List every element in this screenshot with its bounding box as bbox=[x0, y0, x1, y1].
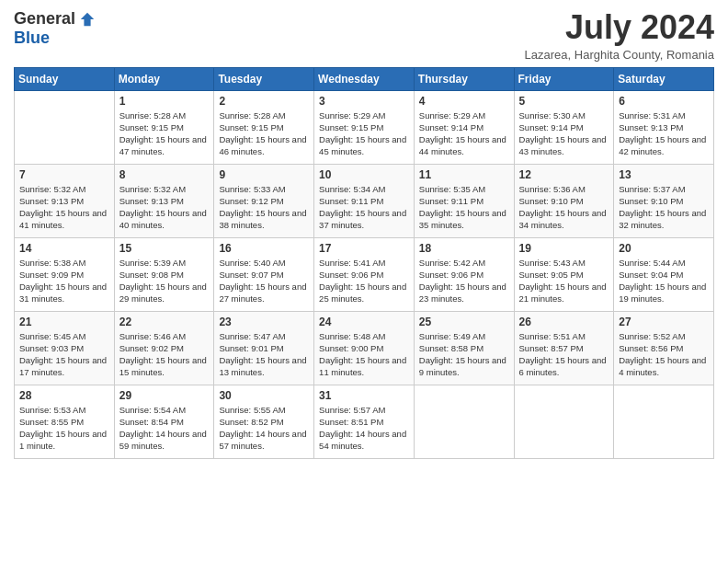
subtitle: Lazarea, Harghita County, Romania bbox=[525, 48, 714, 62]
day-info: Sunrise: 5:41 AM Sunset: 9:06 PM Dayligh… bbox=[319, 257, 409, 305]
calendar-cell: 13Sunrise: 5:37 AM Sunset: 9:10 PM Dayli… bbox=[614, 164, 714, 237]
day-info: Sunrise: 5:30 AM Sunset: 9:14 PM Dayligh… bbox=[519, 109, 609, 158]
logo-general-text: General bbox=[14, 9, 75, 29]
day-number: 12 bbox=[519, 168, 609, 181]
day-number: 17 bbox=[319, 242, 409, 255]
calendar-cell: 3Sunrise: 5:29 AM Sunset: 9:15 PM Daylig… bbox=[314, 90, 415, 164]
day-info: Sunrise: 5:29 AM Sunset: 9:14 PM Dayligh… bbox=[419, 109, 509, 158]
day-info: Sunrise: 5:28 AM Sunset: 9:15 PM Dayligh… bbox=[219, 109, 309, 158]
day-number: 6 bbox=[619, 95, 709, 108]
day-info: Sunrise: 5:57 AM Sunset: 8:51 PM Dayligh… bbox=[319, 404, 409, 453]
day-number: 21 bbox=[19, 316, 109, 328]
calendar-cell: 25Sunrise: 5:49 AM Sunset: 8:58 PM Dayli… bbox=[414, 311, 514, 385]
day-number: 24 bbox=[319, 316, 409, 328]
logo: General Blue bbox=[14, 9, 96, 48]
calendar-cell: 4Sunrise: 5:29 AM Sunset: 9:14 PM Daylig… bbox=[414, 90, 514, 164]
day-number: 8 bbox=[119, 168, 210, 181]
page: General Blue July 2024 Lazarea, Harghita… bbox=[0, 0, 728, 473]
calendar-header-friday: Friday bbox=[514, 67, 614, 90]
day-info: Sunrise: 5:39 AM Sunset: 9:08 PM Dayligh… bbox=[119, 257, 210, 305]
calendar-week-2: 7Sunrise: 5:32 AM Sunset: 9:13 PM Daylig… bbox=[15, 164, 714, 237]
calendar-cell: 2Sunrise: 5:28 AM Sunset: 9:15 PM Daylig… bbox=[214, 90, 314, 164]
calendar-cell: 12Sunrise: 5:36 AM Sunset: 9:10 PM Dayli… bbox=[514, 164, 614, 237]
calendar: SundayMondayTuesdayWednesdayThursdayFrid… bbox=[14, 67, 714, 459]
calendar-header-thursday: Thursday bbox=[414, 67, 514, 90]
calendar-cell: 23Sunrise: 5:47 AM Sunset: 9:01 PM Dayli… bbox=[214, 311, 314, 385]
day-number: 15 bbox=[119, 242, 210, 255]
calendar-week-1: 1Sunrise: 5:28 AM Sunset: 9:15 PM Daylig… bbox=[15, 90, 714, 164]
day-number: 26 bbox=[519, 316, 609, 328]
calendar-cell: 5Sunrise: 5:30 AM Sunset: 9:14 PM Daylig… bbox=[514, 90, 614, 164]
day-info: Sunrise: 5:45 AM Sunset: 9:03 PM Dayligh… bbox=[19, 330, 109, 379]
month-title: July 2024 bbox=[525, 9, 714, 46]
calendar-week-4: 21Sunrise: 5:45 AM Sunset: 9:03 PM Dayli… bbox=[15, 311, 714, 385]
calendar-week-5: 28Sunrise: 5:53 AM Sunset: 8:55 PM Dayli… bbox=[15, 385, 714, 458]
day-number: 5 bbox=[519, 95, 609, 108]
day-info: Sunrise: 5:32 AM Sunset: 9:13 PM Dayligh… bbox=[119, 183, 210, 232]
calendar-cell bbox=[15, 90, 115, 164]
day-number: 30 bbox=[219, 389, 309, 402]
calendar-cell: 22Sunrise: 5:46 AM Sunset: 9:02 PM Dayli… bbox=[114, 311, 214, 385]
calendar-cell: 24Sunrise: 5:48 AM Sunset: 9:00 PM Dayli… bbox=[314, 311, 415, 385]
calendar-header-sunday: Sunday bbox=[15, 67, 115, 90]
day-number: 10 bbox=[319, 168, 409, 181]
day-number: 9 bbox=[219, 168, 309, 181]
day-info: Sunrise: 5:53 AM Sunset: 8:55 PM Dayligh… bbox=[19, 404, 109, 453]
day-info: Sunrise: 5:33 AM Sunset: 9:12 PM Dayligh… bbox=[219, 183, 309, 232]
day-info: Sunrise: 5:40 AM Sunset: 9:07 PM Dayligh… bbox=[219, 257, 309, 305]
calendar-cell: 18Sunrise: 5:42 AM Sunset: 9:06 PM Dayli… bbox=[414, 237, 514, 311]
day-number: 19 bbox=[519, 242, 609, 255]
day-number: 3 bbox=[319, 95, 409, 108]
day-info: Sunrise: 5:52 AM Sunset: 8:56 PM Dayligh… bbox=[619, 330, 709, 379]
calendar-cell: 15Sunrise: 5:39 AM Sunset: 9:08 PM Dayli… bbox=[114, 237, 214, 311]
calendar-cell: 9Sunrise: 5:33 AM Sunset: 9:12 PM Daylig… bbox=[214, 164, 314, 237]
calendar-cell bbox=[414, 385, 514, 458]
svg-marker-0 bbox=[81, 12, 94, 25]
day-info: Sunrise: 5:55 AM Sunset: 8:52 PM Dayligh… bbox=[219, 404, 309, 453]
calendar-cell: 11Sunrise: 5:35 AM Sunset: 9:11 PM Dayli… bbox=[414, 164, 514, 237]
calendar-cell: 6Sunrise: 5:31 AM Sunset: 9:13 PM Daylig… bbox=[614, 90, 714, 164]
calendar-cell: 16Sunrise: 5:40 AM Sunset: 9:07 PM Dayli… bbox=[214, 237, 314, 311]
calendar-cell: 26Sunrise: 5:51 AM Sunset: 8:57 PM Dayli… bbox=[514, 311, 614, 385]
calendar-cell: 17Sunrise: 5:41 AM Sunset: 9:06 PM Dayli… bbox=[314, 237, 415, 311]
calendar-cell: 31Sunrise: 5:57 AM Sunset: 8:51 PM Dayli… bbox=[314, 385, 415, 458]
day-info: Sunrise: 5:29 AM Sunset: 9:15 PM Dayligh… bbox=[319, 109, 409, 158]
calendar-header-row: SundayMondayTuesdayWednesdayThursdayFrid… bbox=[15, 67, 714, 90]
title-block: July 2024 Lazarea, Harghita County, Roma… bbox=[525, 9, 714, 62]
day-info: Sunrise: 5:34 AM Sunset: 9:11 PM Dayligh… bbox=[319, 183, 409, 232]
day-number: 18 bbox=[419, 242, 509, 255]
calendar-cell: 20Sunrise: 5:44 AM Sunset: 9:04 PM Dayli… bbox=[614, 237, 714, 311]
day-number: 1 bbox=[119, 95, 210, 108]
day-info: Sunrise: 5:42 AM Sunset: 9:06 PM Dayligh… bbox=[419, 257, 509, 305]
calendar-cell: 28Sunrise: 5:53 AM Sunset: 8:55 PM Dayli… bbox=[15, 385, 115, 458]
day-number: 25 bbox=[419, 316, 509, 328]
calendar-cell bbox=[614, 385, 714, 458]
calendar-cell: 27Sunrise: 5:52 AM Sunset: 8:56 PM Dayli… bbox=[614, 311, 714, 385]
calendar-header-tuesday: Tuesday bbox=[214, 67, 314, 90]
calendar-cell: 1Sunrise: 5:28 AM Sunset: 9:15 PM Daylig… bbox=[114, 90, 214, 164]
day-info: Sunrise: 5:32 AM Sunset: 9:13 PM Dayligh… bbox=[19, 183, 109, 232]
day-number: 4 bbox=[419, 95, 509, 108]
day-info: Sunrise: 5:31 AM Sunset: 9:13 PM Dayligh… bbox=[619, 109, 709, 158]
calendar-cell: 30Sunrise: 5:55 AM Sunset: 8:52 PM Dayli… bbox=[214, 385, 314, 458]
day-number: 2 bbox=[219, 95, 309, 108]
day-info: Sunrise: 5:49 AM Sunset: 8:58 PM Dayligh… bbox=[419, 330, 509, 379]
day-info: Sunrise: 5:47 AM Sunset: 9:01 PM Dayligh… bbox=[219, 330, 309, 379]
calendar-cell: 29Sunrise: 5:54 AM Sunset: 8:54 PM Dayli… bbox=[114, 385, 214, 458]
header: General Blue July 2024 Lazarea, Harghita… bbox=[14, 9, 714, 62]
calendar-header-monday: Monday bbox=[114, 67, 214, 90]
calendar-cell bbox=[514, 385, 614, 458]
day-number: 29 bbox=[119, 389, 210, 402]
day-number: 7 bbox=[19, 168, 109, 181]
calendar-cell: 7Sunrise: 5:32 AM Sunset: 9:13 PM Daylig… bbox=[15, 164, 115, 237]
day-info: Sunrise: 5:35 AM Sunset: 9:11 PM Dayligh… bbox=[419, 183, 509, 232]
day-info: Sunrise: 5:48 AM Sunset: 9:00 PM Dayligh… bbox=[319, 330, 409, 379]
day-info: Sunrise: 5:46 AM Sunset: 9:02 PM Dayligh… bbox=[119, 330, 210, 379]
calendar-cell: 8Sunrise: 5:32 AM Sunset: 9:13 PM Daylig… bbox=[114, 164, 214, 237]
day-number: 27 bbox=[619, 316, 709, 328]
calendar-cell: 19Sunrise: 5:43 AM Sunset: 9:05 PM Dayli… bbox=[514, 237, 614, 311]
day-number: 11 bbox=[419, 168, 509, 181]
calendar-week-3: 14Sunrise: 5:38 AM Sunset: 9:09 PM Dayli… bbox=[15, 237, 714, 311]
calendar-header-saturday: Saturday bbox=[614, 67, 714, 90]
day-info: Sunrise: 5:28 AM Sunset: 9:15 PM Dayligh… bbox=[119, 109, 210, 158]
